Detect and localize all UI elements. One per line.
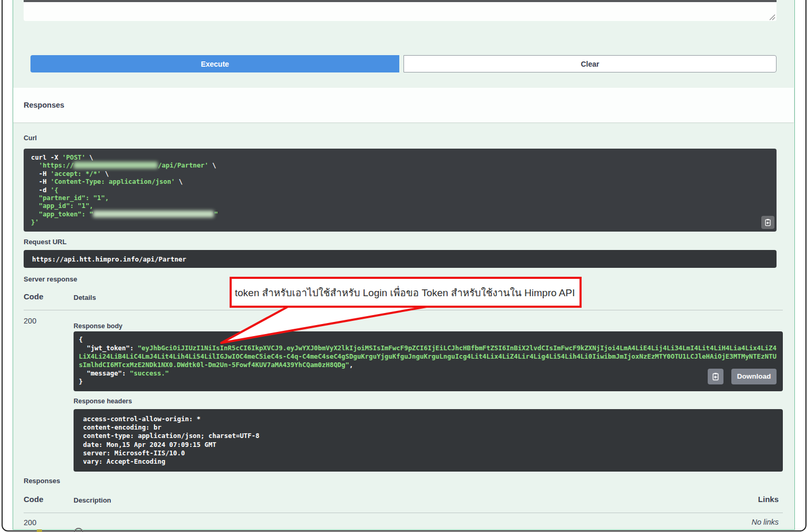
download-button[interactable]: Download [731,369,777,384]
response-header-line: access-control-allow-origin: * [83,415,773,423]
curl-line: -H 'Content-Type: application/json' \ [31,178,769,186]
response-headers-label: Response headers [74,398,132,405]
status-code: 200 [24,317,36,325]
curl-line: }' [31,218,769,226]
response-row-links: No links [672,518,779,526]
response-header-line: date: Mon,15 Apr 2024 07:09:15 GMT [83,441,773,449]
details-column-header: Details [74,294,96,301]
server-response-label: Server response [24,275,77,283]
clear-button[interactable]: Clear [404,55,777,72]
request-body-textarea[interactable] [24,0,777,21]
responses-section-title: Responses [24,101,64,109]
swagger-operation-panel: Execute Clear Responses Curl curl -X 'PO… [0,0,807,532]
curl-command-block: curl -X 'POST' \ 'https:///api/Partner' … [24,149,777,232]
redacted-app-token [93,211,214,217]
annotation-callout: token สำหรับเอาไปใช้สำหรับ Login เพื่อขอ… [230,277,582,308]
code-column-header: Code [24,292,44,301]
annotation-text: token สำหรับเอาไปใช้สำหรับ Login เพื่อขอ… [235,285,575,300]
copy-curl-button[interactable] [761,216,774,229]
responses-table-label: Responses [24,477,60,485]
response-body-label: Response body [74,322,122,330]
curl-line: 'https:///api/Partner' \ [31,162,769,170]
code-column-header: Code [24,495,44,504]
curl-label: Curl [24,134,37,142]
response-header-line: content-encoding: br [83,423,773,432]
curl-line: "app_token": "" [31,211,769,218]
copy-response-button[interactable] [708,369,723,384]
response-headers-block: access-control-allow-origin: * content-e… [74,409,783,472]
curl-line: -H 'accept: */*' \ [31,170,769,178]
copy-icon [711,372,720,381]
resize-handle-icon[interactable] [769,13,775,20]
textarea-top-edge [24,0,777,2]
response-row-code: 200 [24,518,36,527]
request-url-label: Request URL [24,238,67,246]
links-column-header: Links [672,495,779,504]
request-url-value: https://api.htt.himpro.info/api/Partner [24,250,777,268]
response-header-line: server: Microsoft-IIS/10.0 [83,449,773,457]
responses-section-header: Responses [13,88,794,122]
curl-line: -d '{ [31,186,769,194]
execute-button[interactable]: Execute [30,55,399,72]
curl-line: curl -X 'POST' \ [31,154,769,162]
redacted-hostname [74,162,158,169]
copy-icon [764,218,772,226]
response-header-line: vary: Accept-Encoding [83,457,773,466]
curl-line: "partner_id": "1", [31,194,769,202]
description-column-header: Description [74,496,111,504]
divider [24,513,783,513]
partial-element [37,529,42,532]
response-header-line: content-type: application/json; charset=… [83,432,773,440]
curl-line: "app_id": "1", [31,202,769,210]
